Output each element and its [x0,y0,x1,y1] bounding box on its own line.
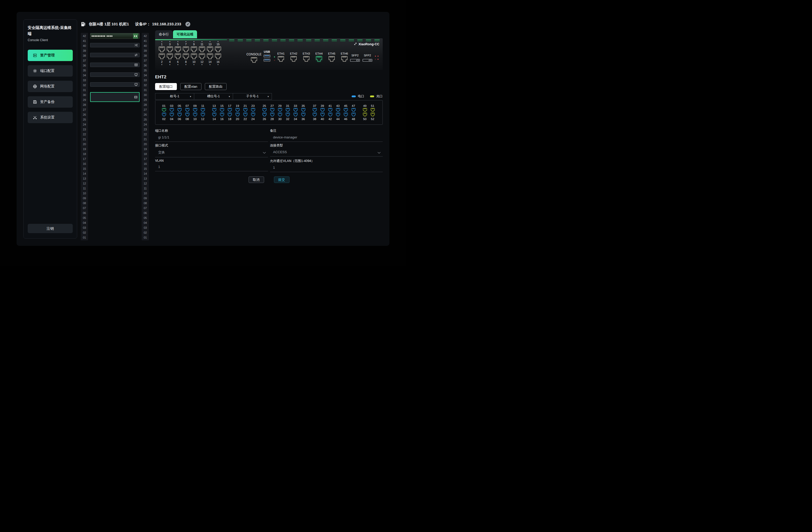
port-11[interactable] [200,108,205,112]
port-14[interactable] [212,113,217,117]
rack-slot-u36[interactable] [90,63,140,67]
panel-rj45-port-16[interactable] [215,53,221,60]
port-29[interactable] [278,108,282,112]
port-37[interactable] [312,108,317,112]
port-24[interactable] [251,113,256,117]
port-36[interactable] [301,113,306,117]
port-39[interactable] [320,108,325,112]
sfp-port-1[interactable]: SFP2 [350,54,360,62]
port-48[interactable] [351,113,356,117]
selector-2[interactable]: 子卡号-1 ▾ [233,93,272,100]
rack-slot-u40[interactable] [90,43,140,47]
port-47[interactable] [351,108,356,112]
port-52[interactable] [370,113,375,117]
port-21[interactable] [243,108,248,112]
port-45[interactable] [343,108,348,112]
port-07[interactable] [185,108,190,112]
tab-command-line[interactable]: 命令行 [155,30,172,38]
port-03[interactable] [169,108,174,112]
port-25[interactable] [262,108,267,112]
panel-rj45-port-13[interactable] [207,46,213,53]
cancel-button[interactable]: 取消 [249,176,264,183]
port-16[interactable] [220,113,224,117]
port-44[interactable] [336,113,340,117]
port-35[interactable] [301,108,306,112]
edit-ip-button[interactable] [185,22,190,27]
port-31[interactable] [285,108,290,112]
port-18[interactable] [227,113,232,117]
panel-rj45-port-5[interactable] [175,46,181,53]
tab-visual-ops[interactable]: 可视化运维 [173,30,197,38]
port-22[interactable] [243,113,248,117]
port-41[interactable] [328,108,333,112]
port-10[interactable] [193,113,198,117]
eth-port-ETH4[interactable]: ETH4 [315,52,323,62]
submit-button[interactable]: 提交 [274,176,289,183]
panel-rj45-port-2[interactable] [158,53,165,60]
port-23[interactable] [251,108,256,112]
rack-slot-u32[interactable]: ? [90,82,140,87]
form-field-input[interactable]: 1 [155,164,268,171]
port-01[interactable] [162,108,166,112]
port-34[interactable] [293,113,298,117]
port-28[interactable] [270,113,275,117]
logout-button[interactable]: 注销 [28,224,73,233]
panel-rj45-port-8[interactable] [183,53,189,60]
usb-port-1[interactable] [264,55,270,57]
panel-rj45-port-9[interactable] [191,46,197,53]
sidebar-item-1[interactable]: 端口配置 [28,65,73,77]
selector-1[interactable]: 槽位号-1 ▾ [194,93,233,100]
sidebar-item-4[interactable]: 系统设置 [28,112,73,123]
port-50[interactable] [362,113,367,117]
panel-rj45-port-1[interactable] [158,46,165,53]
port-43[interactable] [336,108,340,112]
rack-slot-u38[interactable] [90,53,140,57]
eth-port-ETH1[interactable]: ETH1 [277,52,285,62]
port-27[interactable] [270,108,275,112]
port-17[interactable] [227,108,232,112]
rack-switch-device[interactable] [90,33,140,39]
panel-rj45-port-4[interactable] [166,53,173,60]
port-12[interactable] [200,113,205,117]
eth-port-ETH5[interactable]: ETH5 [328,52,336,62]
port-04[interactable] [169,113,174,117]
rack-slot-u34[interactable]: ? [90,72,140,77]
action-button-2[interactable]: 配置路由 [205,83,227,90]
port-26[interactable] [262,113,267,117]
port-38[interactable] [312,113,317,117]
sidebar-item-0[interactable]: 资产管理 [28,50,73,61]
port-15[interactable] [220,108,224,112]
panel-rj45-port-12[interactable] [199,53,205,60]
form-field-select[interactable]: 交换 [155,149,268,157]
port-02[interactable] [162,113,166,117]
eth-port-ETH3[interactable]: ETH3 [302,52,310,62]
port-30[interactable] [278,113,282,117]
port-40[interactable] [320,113,325,117]
panel-rj45-port-10[interactable] [191,53,197,60]
action-button-1[interactable]: 配置vlan [180,83,201,90]
rack-slot-u30[interactable] [90,92,140,102]
panel-rj45-port-14[interactable] [207,53,213,60]
port-51[interactable] [370,108,375,112]
sfp-port-2[interactable]: SFP2 [362,54,373,62]
port-13[interactable] [212,108,217,112]
sidebar-item-2[interactable]: 网络配置 [28,81,73,92]
port-33[interactable] [293,108,298,112]
form-field-input[interactable]: device-manager [270,134,383,142]
form-field-input[interactable]: gi 1/1/1 [155,134,268,142]
port-42[interactable] [328,113,333,117]
port-08[interactable] [185,113,190,117]
panel-rj45-port-6[interactable] [175,53,181,60]
usb-port-2[interactable] [264,59,270,62]
port-32[interactable] [285,113,290,117]
port-06[interactable] [177,113,182,117]
form-field-input[interactable]: 1 [270,165,383,172]
port-05[interactable] [177,108,182,112]
selector-0[interactable]: 框号-1 ▾ [155,93,194,100]
action-button-0[interactable]: 配置端口 [155,83,177,90]
port-19[interactable] [235,108,240,112]
console-port[interactable] [251,57,257,63]
eth-port-ETH6[interactable]: ETH6 [340,52,348,62]
port-46[interactable] [343,113,348,117]
panel-rj45-port-11[interactable] [199,46,205,53]
